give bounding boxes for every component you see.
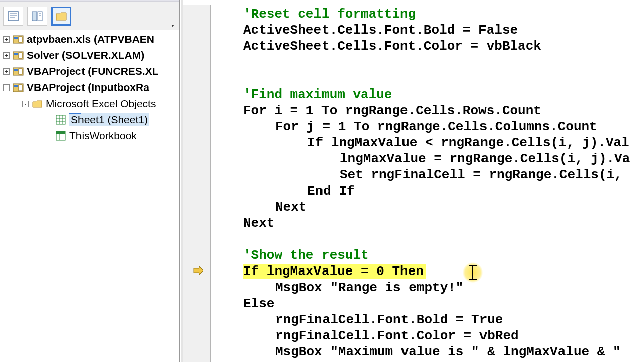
code-line[interactable]: Next: [211, 215, 644, 231]
svg-rect-12: [14, 53, 18, 55]
code-editor-panel: 'Reset cell formattingActiveSheet.Cells.…: [183, 0, 644, 362]
code-line[interactable]: rngFinalCell.Font.Bold = True: [211, 312, 644, 328]
vba-project-icon: [13, 50, 24, 61]
code-line[interactable]: 'Show the result: [211, 247, 644, 263]
expander-icon[interactable]: +: [3, 52, 10, 59]
svg-rect-10: [19, 37, 22, 42]
code-margin[interactable]: [183, 5, 211, 362]
tree-item-workbook[interactable]: ThisWorkbook: [0, 128, 179, 144]
code-line[interactable]: 'Reset cell formatting: [211, 6, 644, 22]
tree-label: VBAProject (FUNCRES.XL: [27, 65, 159, 77]
expander-icon[interactable]: -: [22, 101, 29, 107]
code-editor[interactable]: 'Reset cell formattingActiveSheet.Cells.…: [211, 5, 644, 362]
code-line[interactable]: For j = 1 To rngRange.Cells.Columns.Coun…: [211, 119, 644, 135]
code-line[interactable]: For i = 1 To rngRange.Cells.Rows.Count: [211, 103, 644, 119]
svg-rect-9: [14, 37, 18, 39]
tree-label: atpvbaen.xls (ATPVBAEN: [27, 33, 154, 45]
svg-rect-13: [19, 53, 22, 58]
expander-icon[interactable]: -: [3, 84, 10, 91]
code-line[interactable]: 'Find maximum value: [211, 86, 644, 103]
tree-label: Microsoft Excel Objects: [46, 98, 156, 110]
tree-item-folder[interactable]: - Microsoft Excel Objects: [0, 96, 179, 112]
code-line[interactable]: End If: [211, 183, 644, 199]
view-code-button[interactable]: [3, 7, 23, 26]
vba-project-icon: [13, 34, 24, 45]
code-line[interactable]: MsgBox "Range is empty!": [211, 280, 644, 296]
code-line[interactable]: lngMaxValue = rngRange.Cells(i, j).Va: [211, 151, 644, 167]
tree-label: Solver (SOLVER.XLAM): [27, 49, 144, 61]
svg-rect-20: [56, 115, 65, 124]
svg-rect-19: [19, 85, 22, 90]
code-line[interactable]: ActiveSheet.Cells.Font.Bold = False: [211, 22, 644, 38]
object-proc-combo-area: [183, 0, 644, 5]
tree-item-project[interactable]: + atpvbaen.xls (ATPVBAEN: [0, 31, 179, 47]
expander-icon[interactable]: +: [3, 36, 10, 43]
view-object-button[interactable]: [27, 7, 47, 26]
tree-label: VBAProject (InputboxRa: [27, 81, 149, 94]
svg-rect-16: [19, 69, 22, 74]
tree-item-sheet[interactable]: Sheet1 (Sheet1): [0, 112, 179, 128]
project-explorer-toolbar: ▼: [0, 2, 179, 30]
code-line[interactable]: MsgBox "Maximum value is " & lngMaxValue…: [211, 344, 644, 360]
code-line[interactable]: Set rngFinalCell = rngRange.Cells(i,: [211, 167, 644, 183]
folder-icon: [32, 98, 43, 109]
code-line[interactable]: Else: [211, 296, 644, 312]
code-line[interactable]: [211, 231, 644, 247]
tree-item-project[interactable]: + Solver (SOLVER.XLAM): [0, 47, 179, 63]
toggle-folders-button[interactable]: [51, 7, 71, 26]
svg-rect-26: [56, 131, 65, 134]
tree-label: Sheet1 (Sheet1): [69, 113, 149, 126]
vba-project-icon: [13, 82, 24, 93]
project-tree[interactable]: + atpvbaen.xls (ATPVBAEN + Solver (SOLVE…: [0, 30, 179, 362]
tree-item-project[interactable]: - VBAProject (InputboxRa: [0, 79, 179, 96]
code-line[interactable]: If lngMaxValue = 0 Then: [211, 263, 644, 280]
project-explorer-panel: ▼ + atpvbaen.xls (ATPVBAEN + Solver (SOL…: [0, 0, 180, 362]
toolbar-overflow-icon[interactable]: ▼: [169, 23, 176, 29]
svg-rect-4: [32, 12, 37, 21]
code-line[interactable]: rngFinalCell.Font.Color = vbRed: [211, 328, 644, 344]
expander-icon[interactable]: +: [3, 68, 10, 75]
code-line[interactable]: [211, 70, 644, 86]
code-line[interactable]: [211, 54, 644, 70]
worksheet-icon: [55, 114, 66, 125]
execution-pointer-icon: [192, 264, 204, 277]
workbook-icon: [55, 130, 66, 141]
code-line[interactable]: ActiveSheet.Cells.Font.Color = vbBlack: [211, 38, 644, 54]
svg-rect-0: [8, 12, 18, 21]
tree-item-project[interactable]: + VBAProject (FUNCRES.XL: [0, 63, 179, 79]
svg-rect-15: [14, 69, 18, 71]
vba-project-icon: [13, 66, 24, 77]
code-line[interactable]: Next: [211, 199, 644, 215]
tree-label: ThisWorkbook: [69, 130, 137, 142]
svg-rect-5: [38, 12, 42, 21]
code-line[interactable]: If lngMaxValue < rngRange.Cells(i, j).Va…: [211, 135, 644, 151]
svg-rect-18: [14, 85, 18, 87]
